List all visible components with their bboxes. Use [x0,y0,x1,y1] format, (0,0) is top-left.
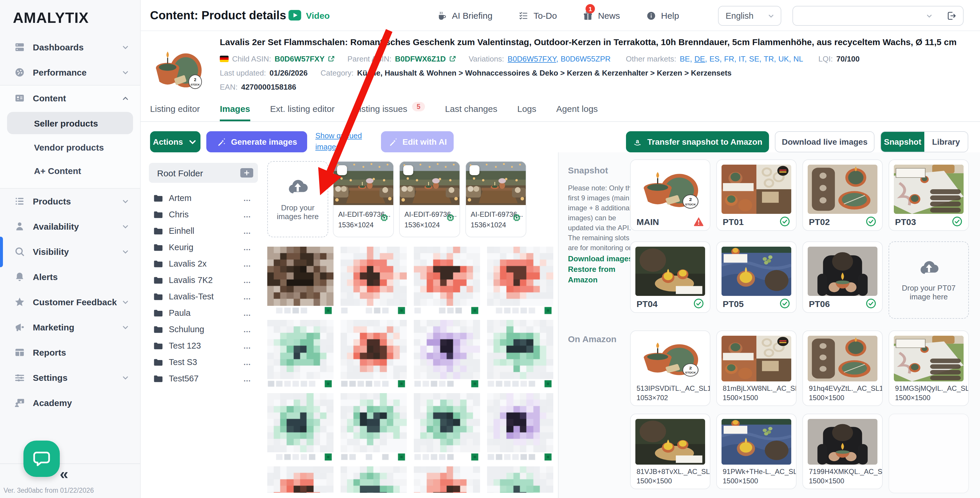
amazon-image-card[interactable]: 81VJB+8TvXL._AC_SL150...1500×1500 [630,414,710,490]
censored-image-card[interactable] [414,247,480,315]
folder-item-schulung[interactable]: Schulung… [149,321,258,338]
generate-images-button[interactable]: Generate images [206,131,307,152]
product-thumbnail[interactable]: 2STÜCK [149,44,207,94]
censored-image-card[interactable] [340,466,407,493]
amazon-image-card[interactable]: 81mBjLXW8NL._AC_SL15...1500×1500 [716,330,797,406]
folder-item-artem[interactable]: Artem… [149,190,258,206]
sidebar-item-products[interactable]: Products [0,189,140,214]
generated-image-card[interactable]: AI-EDIT-69736...1536×1024 [399,161,460,237]
folder-item-paula[interactable]: Paula… [149,305,258,321]
folder-menu-icon[interactable]: … [243,341,252,350]
edit-with-ai-button[interactable]: Edit with AI [381,131,453,152]
folder-item-test-s3[interactable]: Test S3… [149,354,258,370]
actions-button[interactable]: Actions [150,131,200,152]
sidebar-scrollbar[interactable] [0,237,3,267]
market-link-be[interactable]: BE, [679,54,692,63]
snapshot-card-pt03[interactable]: PT03 [889,159,969,231]
tab-last-changes[interactable]: Last changes [445,104,497,121]
parent-asin-link[interactable]: B0DFWX6Z1D [395,54,446,63]
folder-menu-icon[interactable]: … [243,193,252,202]
folder-menu-icon[interactable]: … [243,374,252,383]
sidebar-item-vendor-products[interactable]: Vendor products [0,135,140,159]
sidebar-collapse-button[interactable]: « [60,465,67,483]
censored-image-card[interactable] [340,320,407,389]
market-link-de[interactable]: DE, [694,54,707,63]
tab-listing-issues[interactable]: Listing issues5 [355,104,425,121]
tab-library[interactable]: Library [924,132,968,152]
censored-image-card[interactable] [487,320,553,389]
video-link[interactable]: Video [288,10,330,21]
header-item-ai-briefing[interactable]: AI Briefing [437,10,492,21]
censored-image-card[interactable] [267,393,334,462]
folder-menu-icon[interactable]: … [243,308,252,317]
market-link-tr[interactable]: TR, [764,54,776,63]
folder-item-lavalis-7k2[interactable]: Lavalis 7K2… [149,272,258,288]
folder-item-test567[interactable]: Test567… [149,370,258,387]
folder-item-einhell[interactable]: Einhell… [149,223,258,239]
header-item-to-do[interactable]: To-Do [518,10,557,21]
folder-item-chris[interactable]: Chris… [149,206,258,223]
tab-agent-logs[interactable]: Agent logs [556,104,598,121]
folder-item-keurig[interactable]: Keurig… [149,239,258,255]
censored-image-card[interactable] [414,466,480,493]
folder-menu-icon[interactable]: … [243,227,252,235]
sidebar-item-dashboards[interactable]: Dashboards [0,35,140,60]
folder-menu-icon[interactable]: … [243,210,252,219]
snapshot-card-pt04[interactable]: PT04 [630,241,710,313]
header-item-news[interactable]: 1News [582,10,620,21]
market-link-fr[interactable]: FR, [724,54,737,63]
censored-image-card[interactable] [267,320,334,389]
external-link-icon[interactable] [449,56,456,62]
add-folder-icon[interactable] [240,168,253,178]
logout-button[interactable] [939,6,964,26]
snapshot-card-pt02[interactable]: PT02 [802,159,883,231]
folder-menu-icon[interactable]: … [243,358,252,366]
folder-item-lavalis-2x[interactable]: Lavalis 2x… [149,255,258,272]
image-select-checkbox[interactable] [403,165,413,175]
sidebar-item-performance[interactable]: Performance [0,60,140,85]
image-select-checkbox[interactable] [337,165,347,175]
show-queued-images-link[interactable]: Show queued images [315,131,380,152]
sidebar-item-content[interactable]: Content [0,86,140,111]
sidebar-item-visibility[interactable]: Visibility [0,239,140,264]
snapshot-card-main[interactable]: 2STÜCKMAIN [630,159,710,231]
sidebar-item-academy[interactable]: Academy [0,390,140,416]
image-select-checkbox[interactable] [469,165,479,175]
amazon-image-card[interactable]: 2STÜCK513IPSVDiTL._AC_SL1080_1053×702 [630,330,710,406]
censored-image-card[interactable] [487,393,553,462]
restore-from-amazon-link[interactable]: Restore from Amazon [568,265,616,284]
external-link-icon[interactable] [328,56,334,62]
image-dropzone[interactable]: Drop your images here [267,161,328,237]
tab-ext-listing-editor[interactable]: Ext. listing editor [270,104,335,121]
generated-image-card[interactable]: AI-EDIT-69736...1536×1024 [333,161,394,237]
tab-images[interactable]: Images [220,104,250,121]
folder-menu-icon[interactable]: … [243,276,252,284]
tab-logs[interactable]: Logs [517,104,536,121]
transfer-snapshot-button[interactable]: a Transfer snapshot to Amazon [626,131,769,152]
tab-snapshot[interactable]: Snapshot [881,132,924,152]
censored-image-card[interactable] [414,393,480,462]
folder-menu-icon[interactable]: … [243,243,252,252]
amazon-image-card[interactable]: 7199H4XMKQL._AC_SL15...1500×1500 [802,414,883,490]
censored-image-card[interactable] [487,466,553,493]
sidebar-item-settings[interactable]: Settings [0,365,140,390]
amazon-image-card[interactable]: 91MGSjMQyIL._AC_SL150...1500×1500 [889,330,969,406]
market-link-se[interactable]: SE, [749,54,761,63]
sidebar-item-seller-products[interactable]: Seller products [7,112,133,134]
censored-image-card[interactable] [267,247,334,315]
sidebar-item-a-content[interactable]: A+ Content [0,159,140,182]
download-images-link[interactable]: Download images [568,254,633,263]
market-link-it[interactable]: IT, [739,54,747,63]
folder-menu-icon[interactable]: … [243,325,252,334]
censored-image-card[interactable] [340,393,407,462]
variation-link[interactable]: B0D6W57FXY, [508,54,558,63]
snapshot-card-pt01[interactable]: PT01 [716,159,797,231]
sidebar-item-marketing[interactable]: Marketing [0,315,140,340]
amazon-image-card[interactable]: 91PWk+THe-L._AC_SL15...1500×1500 [716,414,797,490]
download-live-images-button[interactable]: Download live images [775,131,875,152]
sidebar-item-reports[interactable]: Reports [0,340,140,365]
child-asin-link[interactable]: B0D6W57FXY [275,54,325,63]
folder-menu-icon[interactable]: … [243,259,252,268]
amazon-image-card[interactable]: 91hq4EVyZtL._AC_SL1500_1500×1500 [802,330,883,406]
snapshot-card-pt05[interactable]: PT05 [716,241,797,313]
